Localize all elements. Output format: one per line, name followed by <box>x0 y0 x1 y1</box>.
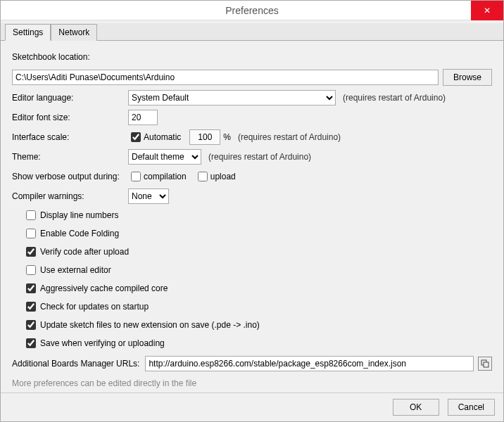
close-icon: ✕ <box>484 6 491 15</box>
ok-button[interactable]: OK <box>393 399 439 416</box>
sketchbook-label: Sketchbook location: <box>12 52 90 62</box>
interface-scale-hint: (requires restart of Arduino) <box>238 132 341 142</box>
option-checkbox-7[interactable] <box>26 338 36 348</box>
boards-url-edit-button[interactable] <box>478 357 492 371</box>
window-title: Preferences <box>225 5 278 16</box>
option-checkbox-5[interactable] <box>26 302 36 312</box>
option-checkbox-1[interactable] <box>26 229 36 238</box>
automatic-checkbox[interactable] <box>131 132 141 142</box>
editor-language-label: Editor language: <box>12 93 128 103</box>
option-checkbox-3[interactable] <box>26 265 36 275</box>
sketchbook-path-input[interactable] <box>12 70 439 85</box>
option-checkbox-6[interactable] <box>26 320 36 330</box>
option-label-2: Verify code after upload <box>40 247 129 257</box>
browse-button[interactable]: Browse <box>443 69 492 86</box>
svg-rect-1 <box>484 362 489 367</box>
option-2[interactable]: Verify code after upload <box>12 245 492 259</box>
option-checkbox-4[interactable] <box>26 283 36 293</box>
interface-scale-label: Interface scale: <box>12 132 128 142</box>
tab-network[interactable]: Network <box>51 24 97 41</box>
compiler-warnings-label: Compiler warnings: <box>12 191 128 201</box>
option-3[interactable]: Use external editor <box>12 263 492 277</box>
theme-hint: (requires restart of Arduino) <box>208 152 311 162</box>
option-1[interactable]: Enable Code Folding <box>12 226 492 241</box>
option-label-6: Update sketch files to new extension on … <box>40 320 260 330</box>
option-7[interactable]: Save when verifying or uploading <box>12 336 492 350</box>
option-4[interactable]: Aggressively cache compiled core <box>12 281 492 295</box>
compiler-warnings-select[interactable]: None <box>128 188 169 204</box>
percent-suffix: % <box>223 132 231 142</box>
preferences-window: Preferences ✕ Settings Network Sketchboo… <box>0 0 504 422</box>
tab-settings[interactable]: Settings <box>5 24 51 41</box>
interface-scale-automatic[interactable]: Automatic <box>128 130 181 144</box>
titlebar: Preferences ✕ <box>1 1 503 20</box>
option-label-3: Use external editor <box>40 265 111 275</box>
close-button[interactable]: ✕ <box>471 1 503 20</box>
option-5[interactable]: Check for updates on startup <box>12 300 492 314</box>
window-icon <box>481 359 489 368</box>
verbose-label: Show verbose output during: <box>12 172 128 181</box>
option-label-4: Aggressively cache compiled core <box>40 283 168 293</box>
option-label-0: Display line numbers <box>40 210 118 220</box>
upload-checkbox[interactable] <box>198 172 208 181</box>
option-label-1: Enable Code Folding <box>40 229 119 238</box>
compilation-checkbox[interactable] <box>131 172 141 181</box>
verbose-upload[interactable]: upload <box>195 170 236 184</box>
settings-panel: Sketchbook location: Browse Editor langu… <box>1 41 503 392</box>
theme-label: Theme: <box>12 152 128 162</box>
editor-font-size-input[interactable] <box>128 110 158 125</box>
boards-url-input[interactable] <box>145 356 474 371</box>
tabs: Settings Network <box>1 23 503 41</box>
theme-select[interactable]: Default theme <box>128 149 201 165</box>
option-checkbox-2[interactable] <box>26 247 36 257</box>
option-checkbox-0[interactable] <box>26 210 36 220</box>
editor-language-select[interactable]: System Default <box>128 90 336 106</box>
editor-font-size-label: Editor font size: <box>12 113 128 122</box>
option-label-5: Check for updates on startup <box>40 302 149 312</box>
option-6[interactable]: Update sketch files to new extension on … <box>12 318 492 332</box>
boards-url-label: Additional Boards Manager URLs: <box>12 359 139 369</box>
option-0[interactable]: Display line numbers <box>12 208 492 222</box>
editor-language-hint: (requires restart of Arduino) <box>343 93 446 103</box>
option-label-7: Save when verifying or uploading <box>40 338 165 348</box>
footnote-1: More preferences can be edited directly … <box>12 378 196 388</box>
checkbox-list: Display line numbersEnable Code FoldingV… <box>12 208 492 350</box>
verbose-compilation[interactable]: compilation <box>128 170 187 184</box>
interface-scale-value[interactable] <box>189 129 220 145</box>
cancel-button[interactable]: Cancel <box>448 399 495 416</box>
dialog-footer: OK Cancel <box>1 392 503 421</box>
